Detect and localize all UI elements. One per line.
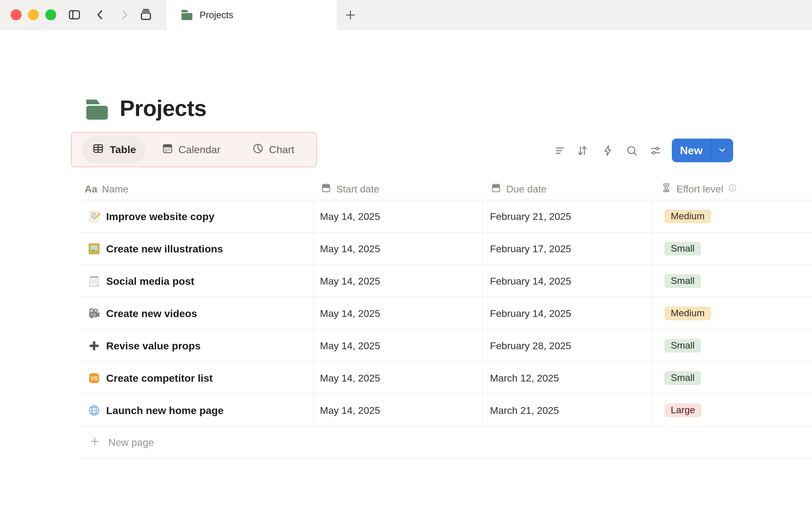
cell-effort-level[interactable]: Small bbox=[664, 362, 701, 394]
cell-name[interactable]: Launch new home page bbox=[88, 394, 223, 427]
tab-overview-icon[interactable] bbox=[138, 7, 154, 22]
column-header-due-date[interactable]: Due date bbox=[491, 177, 547, 200]
automation-bolt-icon[interactable] bbox=[601, 144, 614, 157]
cell-start-date[interactable]: May 14, 2025 bbox=[320, 297, 380, 330]
effort-chip: Small bbox=[664, 339, 701, 353]
effort-chip: Medium bbox=[664, 210, 711, 224]
info-circle-icon[interactable] bbox=[728, 183, 737, 195]
back-icon[interactable] bbox=[93, 7, 108, 22]
view-label-chart: Chart bbox=[269, 144, 294, 156]
hourglass-icon bbox=[661, 182, 672, 195]
effort-chip: Large bbox=[664, 403, 701, 417]
effort-chip: Small bbox=[664, 371, 701, 385]
green-folder-icon bbox=[181, 9, 193, 21]
framed-picture-emoji-icon bbox=[88, 243, 100, 255]
new-button-dropdown[interactable] bbox=[711, 138, 733, 162]
cell-name[interactable]: Improve website copy bbox=[88, 200, 214, 233]
cell-name[interactable]: VS Create competitor list bbox=[88, 362, 213, 394]
cell-start-date[interactable]: May 14, 2025 bbox=[320, 330, 380, 362]
memo-emoji-icon bbox=[88, 210, 100, 223]
new-button[interactable]: New bbox=[672, 138, 711, 162]
heavy-plus-emoji-icon bbox=[88, 340, 100, 352]
table-header-row: Aa Name Start date Due date bbox=[80, 177, 812, 200]
tab-table-view[interactable]: Table bbox=[82, 136, 146, 163]
calendar-icon bbox=[320, 182, 332, 195]
cell-due-date[interactable]: February 21, 2025 bbox=[490, 200, 571, 233]
cell-effort-level[interactable]: Large bbox=[664, 394, 701, 427]
view-label-calendar: Calendar bbox=[179, 144, 220, 156]
view-label-table: Table bbox=[110, 144, 136, 156]
new-page-button[interactable]: New page bbox=[80, 427, 812, 459]
tab-title: Projects bbox=[200, 10, 233, 20]
vs-badge-emoji-icon: VS bbox=[88, 372, 100, 384]
table-row[interactable]: Launch new home page May 14, 2025 March … bbox=[80, 394, 812, 427]
table-row[interactable]: Create new videos May 14, 2025 February … bbox=[80, 297, 812, 330]
page-folder-icon[interactable] bbox=[85, 99, 109, 121]
table-row[interactable]: Social media post May 14, 2025 February … bbox=[80, 265, 812, 297]
effort-chip: Small bbox=[664, 242, 701, 256]
calendar-icon bbox=[161, 143, 173, 157]
filter-icon[interactable] bbox=[554, 144, 567, 157]
column-header-effort-level[interactable]: Effort level bbox=[661, 177, 737, 200]
plus-icon bbox=[89, 436, 100, 449]
cell-due-date[interactable]: March 12, 2025 bbox=[490, 362, 559, 394]
page-title: Projects bbox=[120, 96, 206, 121]
zoom-window-button[interactable] bbox=[45, 9, 56, 20]
window-titlebar: Projects bbox=[0, 0, 812, 30]
table-row[interactable]: VS Create competitor list May 14, 2025 M… bbox=[80, 362, 812, 394]
globe-emoji-icon bbox=[88, 404, 100, 416]
column-header-name[interactable]: Aa Name bbox=[85, 177, 129, 200]
cell-effort-level[interactable]: Medium bbox=[664, 297, 711, 330]
tab-calendar-view[interactable]: Calendar bbox=[161, 136, 220, 163]
cell-start-date[interactable]: May 14, 2025 bbox=[320, 362, 380, 394]
cell-name[interactable]: Create new illustrations bbox=[88, 233, 223, 265]
sidebar-toggle-icon[interactable] bbox=[67, 7, 82, 22]
cell-start-date[interactable]: May 14, 2025 bbox=[320, 200, 380, 233]
table-icon bbox=[92, 143, 104, 157]
cell-effort-level[interactable]: Small bbox=[664, 233, 701, 265]
cell-effort-level[interactable]: Medium bbox=[664, 200, 711, 233]
cell-name[interactable]: Create new videos bbox=[88, 297, 197, 330]
cell-due-date[interactable]: February 14, 2025 bbox=[490, 297, 571, 330]
forward-icon[interactable] bbox=[117, 7, 132, 22]
new-tab-plus-icon[interactable] bbox=[343, 8, 358, 22]
effort-chip: Medium bbox=[664, 306, 711, 321]
table-row[interactable]: Revise value props May 14, 2025 February… bbox=[80, 330, 812, 362]
cell-effort-level[interactable]: Small bbox=[664, 330, 701, 362]
cell-due-date[interactable]: March 21, 2025 bbox=[490, 394, 559, 427]
minimize-window-button[interactable] bbox=[28, 9, 39, 20]
cell-due-date[interactable]: February 28, 2025 bbox=[490, 330, 571, 362]
cell-due-date[interactable]: February 14, 2025 bbox=[490, 265, 571, 297]
search-icon[interactable] bbox=[625, 144, 639, 157]
view-options-icon[interactable] bbox=[649, 144, 662, 157]
close-window-button[interactable] bbox=[11, 9, 21, 20]
column-header-start-date[interactable]: Start date bbox=[320, 177, 379, 200]
cell-start-date[interactable]: May 14, 2025 bbox=[320, 265, 380, 297]
chevron-down-icon bbox=[717, 145, 727, 156]
cell-name[interactable]: Social media post bbox=[88, 265, 194, 297]
new-button-group: New bbox=[672, 138, 733, 162]
text-property-icon: Aa bbox=[85, 183, 97, 195]
effort-chip: Small bbox=[664, 274, 701, 288]
sort-icon[interactable] bbox=[575, 144, 589, 157]
tab-chart-view[interactable]: Chart bbox=[252, 136, 294, 163]
calendar-icon bbox=[491, 182, 502, 195]
film-projector-emoji-icon bbox=[88, 307, 100, 320]
svg-text:VS: VS bbox=[91, 375, 98, 381]
spiral-notepad-emoji-icon bbox=[88, 275, 100, 287]
cell-effort-level[interactable]: Small bbox=[664, 265, 701, 297]
table-row[interactable]: Create new illustrations May 14, 2025 Fe… bbox=[80, 233, 812, 265]
tab-projects[interactable]: Projects bbox=[167, 0, 337, 30]
cell-start-date[interactable]: May 14, 2025 bbox=[320, 233, 380, 265]
pie-chart-icon bbox=[252, 143, 264, 157]
cell-due-date[interactable]: February 17, 2025 bbox=[490, 233, 571, 265]
cell-start-date[interactable]: May 14, 2025 bbox=[320, 394, 380, 427]
table-row[interactable]: Improve website copy May 14, 2025 Februa… bbox=[80, 200, 812, 233]
cell-name[interactable]: Revise value props bbox=[88, 330, 201, 362]
corner-floating-button[interactable] bbox=[806, 504, 812, 507]
